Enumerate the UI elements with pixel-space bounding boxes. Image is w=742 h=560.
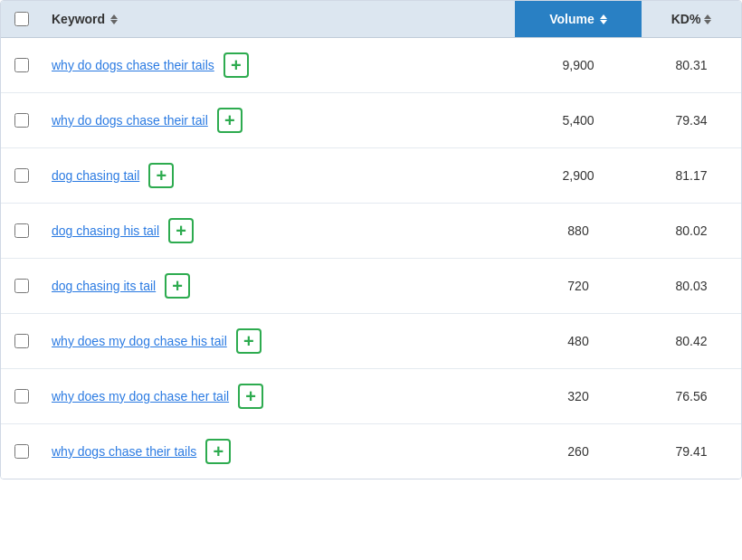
keyword-sort-down-icon [110,20,118,24]
row-keyword-cell: why dogs chase their tails + [43,424,515,479]
row-keyword-cell: dog chasing its tail + [43,259,515,313]
row-checkbox-cell [1,319,43,363]
add-keyword-button-5[interactable]: + [236,328,262,354]
volume-sort-up-icon [600,14,607,19]
add-keyword-button-2[interactable]: + [148,163,174,188]
kd-sort-up-icon [704,14,711,19]
row-checkbox-cell [1,154,43,197]
keyword-link-2[interactable]: dog chasing tail [52,168,139,183]
row-volume-cell: 480 [515,319,642,363]
keyword-header-label: Keyword [52,12,105,26]
row-keyword-cell: why does my dog chase her tail + [43,369,515,423]
add-keyword-button-0[interactable]: + [224,52,249,78]
row-keyword-cell: dog chasing tail + [43,148,515,203]
row-checkbox-7[interactable] [14,444,29,459]
row-checkbox-3[interactable] [14,223,29,238]
kd-header-label: KD% [671,12,701,26]
row-volume-cell: 5,400 [515,99,642,142]
row-kd-cell: 79.41 [642,430,741,473]
kd-sort-arrows[interactable] [704,14,711,24]
row-checkbox-cell [1,375,43,418]
add-keyword-button-1[interactable]: + [217,108,243,133]
row-checkbox-4[interactable] [14,279,29,293]
table-row: why do dogs chase their tails + 9,900 80… [1,38,741,93]
keyword-link-3[interactable]: dog chasing his tail [52,223,159,238]
volume-sort-down-icon [600,20,607,24]
table-row: why does my dog chase her tail + 320 76.… [1,369,741,424]
table-row: why do dogs chase their tail + 5,400 79.… [1,93,741,148]
row-volume-cell: 9,900 [515,43,642,87]
row-checkbox-cell [1,43,43,87]
header-checkbox-cell [1,1,43,37]
row-kd-cell: 80.03 [642,264,741,308]
keyword-link-6[interactable]: why does my dog chase her tail [52,389,229,403]
row-kd-cell: 79.34 [642,99,741,142]
keyword-link-7[interactable]: why dogs chase their tails [52,444,196,459]
row-keyword-cell: dog chasing his tail + [43,204,515,258]
add-keyword-button-7[interactable]: + [205,439,231,464]
row-kd-cell: 81.17 [642,154,741,197]
row-kd-cell: 80.42 [642,319,741,363]
row-checkbox-0[interactable] [14,58,29,72]
add-keyword-button-3[interactable]: + [168,218,194,243]
keyword-link-0[interactable]: why do dogs chase their tails [52,58,214,72]
row-keyword-cell: why do dogs chase their tails + [43,38,515,92]
keyword-link-5[interactable]: why does my dog chase his tail [52,334,227,348]
row-checkbox-2[interactable] [14,168,29,183]
row-checkbox-cell [1,430,43,473]
volume-sort-arrows[interactable] [600,14,607,24]
table-row: dog chasing its tail + 720 80.03 [1,259,741,314]
keyword-table: Keyword Volume KD% [0,0,742,479]
row-kd-cell: 80.02 [642,209,741,252]
row-volume-cell: 880 [515,209,642,252]
row-volume-cell: 320 [515,375,642,418]
keyword-link-4[interactable]: dog chasing its tail [52,279,156,293]
table-row: why dogs chase their tails + 260 79.41 [1,424,741,479]
row-volume-cell: 260 [515,430,642,473]
add-keyword-button-4[interactable]: + [165,273,190,299]
keyword-link-1[interactable]: why do dogs chase their tail [52,113,208,128]
row-checkbox-cell [1,264,43,308]
row-keyword-cell: why do dogs chase their tail + [43,93,515,147]
table-body: why do dogs chase their tails + 9,900 80… [1,38,741,479]
row-checkbox-cell [1,209,43,252]
add-keyword-button-6[interactable]: + [238,384,263,409]
table-row: why does my dog chase his tail + 480 80.… [1,314,741,369]
kd-sort-down-icon [704,20,711,24]
keyword-sort-arrows[interactable] [110,14,118,24]
table-header: Keyword Volume KD% [1,1,741,38]
row-kd-cell: 76.56 [642,375,741,418]
row-checkbox-cell [1,99,43,142]
volume-column-header[interactable]: Volume [515,1,642,37]
volume-header-label: Volume [549,12,595,26]
select-all-checkbox[interactable] [14,12,29,26]
row-volume-cell: 720 [515,264,642,308]
kd-column-header[interactable]: KD% [642,1,741,37]
row-checkbox-6[interactable] [14,389,29,403]
table-row: dog chasing tail + 2,900 81.17 [1,148,741,204]
row-checkbox-5[interactable] [14,334,29,348]
table-row: dog chasing his tail + 880 80.02 [1,204,741,259]
keyword-sort-up-icon [110,14,118,19]
row-volume-cell: 2,900 [515,154,642,197]
row-kd-cell: 80.31 [642,43,741,87]
keyword-column-header[interactable]: Keyword [43,1,515,37]
row-checkbox-1[interactable] [14,113,29,128]
row-keyword-cell: why does my dog chase his tail + [43,314,515,368]
